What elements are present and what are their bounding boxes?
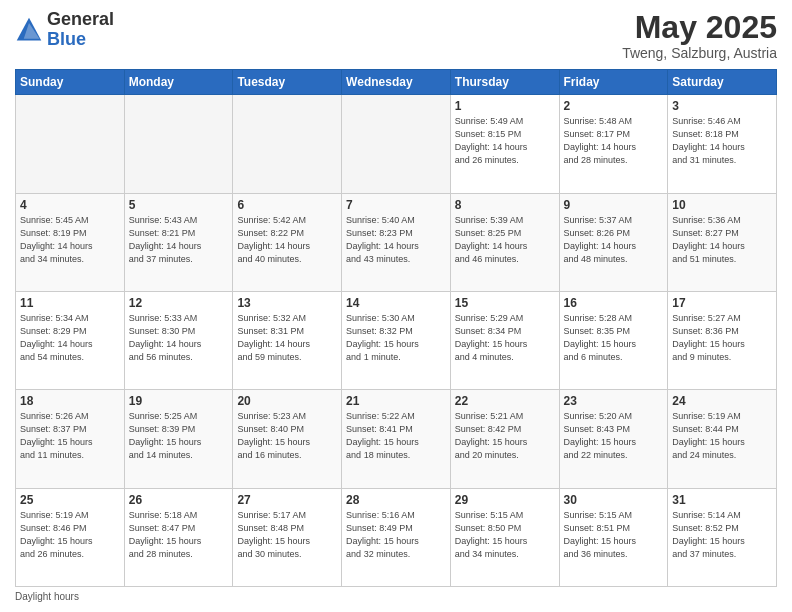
day-number: 23: [564, 394, 664, 408]
day-info: Sunrise: 5:18 AM Sunset: 8:47 PM Dayligh…: [129, 509, 229, 561]
calendar-cell: 23Sunrise: 5:20 AM Sunset: 8:43 PM Dayli…: [559, 390, 668, 488]
day-info: Sunrise: 5:19 AM Sunset: 8:44 PM Dayligh…: [672, 410, 772, 462]
calendar-cell: 15Sunrise: 5:29 AM Sunset: 8:34 PM Dayli…: [450, 291, 559, 389]
day-number: 17: [672, 296, 772, 310]
header: General Blue May 2025 Tweng, Salzburg, A…: [15, 10, 777, 61]
day-info: Sunrise: 5:46 AM Sunset: 8:18 PM Dayligh…: [672, 115, 772, 167]
day-info: Sunrise: 5:37 AM Sunset: 8:26 PM Dayligh…: [564, 214, 664, 266]
title-area: May 2025 Tweng, Salzburg, Austria: [622, 10, 777, 61]
day-info: Sunrise: 5:30 AM Sunset: 8:32 PM Dayligh…: [346, 312, 446, 364]
logo: General Blue: [15, 10, 114, 50]
month-title: May 2025: [622, 10, 777, 45]
calendar-cell: 9Sunrise: 5:37 AM Sunset: 8:26 PM Daylig…: [559, 193, 668, 291]
footer-note: Daylight hours: [15, 591, 777, 602]
day-number: 10: [672, 198, 772, 212]
calendar-day-header: Sunday: [16, 70, 125, 95]
day-number: 2: [564, 99, 664, 113]
calendar-cell: 1Sunrise: 5:49 AM Sunset: 8:15 PM Daylig…: [450, 95, 559, 193]
daylight-label: Daylight hours: [15, 591, 79, 602]
day-number: 19: [129, 394, 229, 408]
calendar-cell: 19Sunrise: 5:25 AM Sunset: 8:39 PM Dayli…: [124, 390, 233, 488]
calendar-cell: 25Sunrise: 5:19 AM Sunset: 8:46 PM Dayli…: [16, 488, 125, 586]
day-info: Sunrise: 5:20 AM Sunset: 8:43 PM Dayligh…: [564, 410, 664, 462]
day-info: Sunrise: 5:29 AM Sunset: 8:34 PM Dayligh…: [455, 312, 555, 364]
day-info: Sunrise: 5:42 AM Sunset: 8:22 PM Dayligh…: [237, 214, 337, 266]
day-number: 26: [129, 493, 229, 507]
day-info: Sunrise: 5:17 AM Sunset: 8:48 PM Dayligh…: [237, 509, 337, 561]
calendar-day-header: Wednesday: [342, 70, 451, 95]
calendar-day-header: Friday: [559, 70, 668, 95]
calendar-cell: 20Sunrise: 5:23 AM Sunset: 8:40 PM Dayli…: [233, 390, 342, 488]
calendar-cell: 29Sunrise: 5:15 AM Sunset: 8:50 PM Dayli…: [450, 488, 559, 586]
page: General Blue May 2025 Tweng, Salzburg, A…: [0, 0, 792, 612]
day-number: 18: [20, 394, 120, 408]
day-info: Sunrise: 5:36 AM Sunset: 8:27 PM Dayligh…: [672, 214, 772, 266]
day-number: 1: [455, 99, 555, 113]
calendar-week-row: 4Sunrise: 5:45 AM Sunset: 8:19 PM Daylig…: [16, 193, 777, 291]
day-number: 29: [455, 493, 555, 507]
calendar-cell: 11Sunrise: 5:34 AM Sunset: 8:29 PM Dayli…: [16, 291, 125, 389]
day-number: 28: [346, 493, 446, 507]
calendar-week-row: 18Sunrise: 5:26 AM Sunset: 8:37 PM Dayli…: [16, 390, 777, 488]
day-number: 24: [672, 394, 772, 408]
day-number: 8: [455, 198, 555, 212]
logo-icon: [15, 16, 43, 44]
calendar-day-header: Thursday: [450, 70, 559, 95]
day-number: 31: [672, 493, 772, 507]
day-number: 14: [346, 296, 446, 310]
calendar-cell: [16, 95, 125, 193]
day-number: 6: [237, 198, 337, 212]
calendar-cell: 17Sunrise: 5:27 AM Sunset: 8:36 PM Dayli…: [668, 291, 777, 389]
day-info: Sunrise: 5:15 AM Sunset: 8:50 PM Dayligh…: [455, 509, 555, 561]
calendar-cell: 28Sunrise: 5:16 AM Sunset: 8:49 PM Dayli…: [342, 488, 451, 586]
day-info: Sunrise: 5:22 AM Sunset: 8:41 PM Dayligh…: [346, 410, 446, 462]
logo-text: General Blue: [47, 10, 114, 50]
day-info: Sunrise: 5:49 AM Sunset: 8:15 PM Dayligh…: [455, 115, 555, 167]
day-info: Sunrise: 5:14 AM Sunset: 8:52 PM Dayligh…: [672, 509, 772, 561]
calendar-cell: 5Sunrise: 5:43 AM Sunset: 8:21 PM Daylig…: [124, 193, 233, 291]
calendar-cell: 21Sunrise: 5:22 AM Sunset: 8:41 PM Dayli…: [342, 390, 451, 488]
day-number: 20: [237, 394, 337, 408]
location: Tweng, Salzburg, Austria: [622, 45, 777, 61]
calendar-cell: 27Sunrise: 5:17 AM Sunset: 8:48 PM Dayli…: [233, 488, 342, 586]
day-info: Sunrise: 5:39 AM Sunset: 8:25 PM Dayligh…: [455, 214, 555, 266]
calendar-cell: 14Sunrise: 5:30 AM Sunset: 8:32 PM Dayli…: [342, 291, 451, 389]
calendar-cell: 4Sunrise: 5:45 AM Sunset: 8:19 PM Daylig…: [16, 193, 125, 291]
day-info: Sunrise: 5:16 AM Sunset: 8:49 PM Dayligh…: [346, 509, 446, 561]
day-number: 16: [564, 296, 664, 310]
logo-blue: Blue: [47, 29, 86, 49]
logo-general: General: [47, 9, 114, 29]
calendar-cell: 2Sunrise: 5:48 AM Sunset: 8:17 PM Daylig…: [559, 95, 668, 193]
day-info: Sunrise: 5:28 AM Sunset: 8:35 PM Dayligh…: [564, 312, 664, 364]
day-info: Sunrise: 5:33 AM Sunset: 8:30 PM Dayligh…: [129, 312, 229, 364]
calendar-day-header: Tuesday: [233, 70, 342, 95]
calendar-cell: 31Sunrise: 5:14 AM Sunset: 8:52 PM Dayli…: [668, 488, 777, 586]
calendar-day-header: Saturday: [668, 70, 777, 95]
day-number: 15: [455, 296, 555, 310]
day-number: 21: [346, 394, 446, 408]
day-info: Sunrise: 5:40 AM Sunset: 8:23 PM Dayligh…: [346, 214, 446, 266]
calendar-week-row: 11Sunrise: 5:34 AM Sunset: 8:29 PM Dayli…: [16, 291, 777, 389]
day-number: 12: [129, 296, 229, 310]
day-info: Sunrise: 5:23 AM Sunset: 8:40 PM Dayligh…: [237, 410, 337, 462]
calendar-cell: 3Sunrise: 5:46 AM Sunset: 8:18 PM Daylig…: [668, 95, 777, 193]
day-info: Sunrise: 5:43 AM Sunset: 8:21 PM Dayligh…: [129, 214, 229, 266]
day-number: 3: [672, 99, 772, 113]
calendar-day-header: Monday: [124, 70, 233, 95]
calendar-cell: 26Sunrise: 5:18 AM Sunset: 8:47 PM Dayli…: [124, 488, 233, 586]
calendar-cell: [342, 95, 451, 193]
day-number: 25: [20, 493, 120, 507]
day-info: Sunrise: 5:45 AM Sunset: 8:19 PM Dayligh…: [20, 214, 120, 266]
calendar-cell: [124, 95, 233, 193]
day-number: 4: [20, 198, 120, 212]
day-number: 7: [346, 198, 446, 212]
day-number: 22: [455, 394, 555, 408]
day-info: Sunrise: 5:19 AM Sunset: 8:46 PM Dayligh…: [20, 509, 120, 561]
day-info: Sunrise: 5:34 AM Sunset: 8:29 PM Dayligh…: [20, 312, 120, 364]
day-info: Sunrise: 5:27 AM Sunset: 8:36 PM Dayligh…: [672, 312, 772, 364]
day-info: Sunrise: 5:48 AM Sunset: 8:17 PM Dayligh…: [564, 115, 664, 167]
calendar-cell: 10Sunrise: 5:36 AM Sunset: 8:27 PM Dayli…: [668, 193, 777, 291]
day-info: Sunrise: 5:32 AM Sunset: 8:31 PM Dayligh…: [237, 312, 337, 364]
calendar-cell: 6Sunrise: 5:42 AM Sunset: 8:22 PM Daylig…: [233, 193, 342, 291]
day-info: Sunrise: 5:25 AM Sunset: 8:39 PM Dayligh…: [129, 410, 229, 462]
